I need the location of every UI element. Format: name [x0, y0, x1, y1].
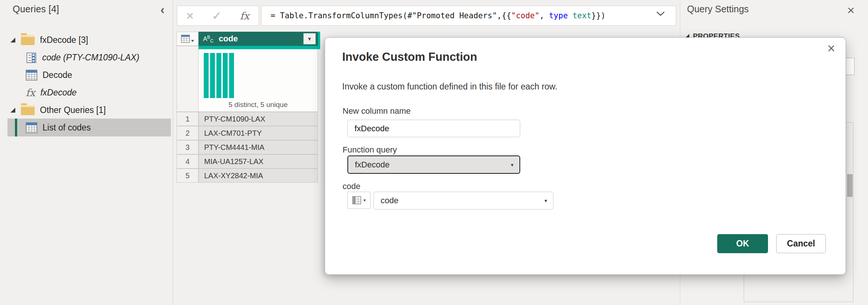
parameter-label: code [343, 182, 360, 191]
selection-accent-bar [15, 119, 17, 136]
chevron-down-icon: ▾ [363, 198, 366, 203]
column-header-code[interactable]: ABC code ▼ [199, 32, 318, 46]
table-cell[interactable]: PTY-CM4441-MIA [199, 140, 318, 154]
formula-input[interactable]: = Table.TransformColumnTypes(#"Promoted … [261, 6, 676, 26]
tree-item-decode[interactable]: Decode [0, 66, 173, 84]
formula-toolbar: × ✓ fx [177, 6, 259, 26]
folder-icon [21, 105, 35, 115]
parameter-icon [26, 52, 37, 63]
row-number[interactable]: 1 [177, 112, 199, 126]
dialog-title: Invoke Custom Function [342, 50, 477, 64]
data-preview-grid: ABC code ▼ 5 distinct, 5 unique 1 PTY-CM… [177, 32, 318, 183]
column-quality-bar [199, 46, 318, 49]
table-icon [26, 122, 37, 133]
formula-token: "code" [511, 11, 540, 20]
parameter-column-value: code [381, 196, 399, 205]
distribution-bar [216, 53, 221, 98]
select-all-button[interactable] [177, 32, 199, 46]
distribution-bar [210, 53, 215, 98]
collapse-pane-icon[interactable]: ‹ [160, 3, 165, 16]
dialog-close-icon[interactable]: × [827, 41, 835, 56]
parameter-column-dropdown[interactable]: code ▾ [374, 192, 553, 210]
text-type-icon: ABC [203, 36, 213, 42]
queries-pane: Queries [4] ‹ fxDecode [3] code (PTY-CM1… [0, 0, 173, 305]
tree-item-code-parameter[interactable]: code (PTY-CM1090-LAX) [0, 49, 173, 66]
cancel-button[interactable]: Cancel [776, 234, 826, 253]
ok-button[interactable]: OK [717, 234, 768, 253]
tree-item-fxdecode-function[interactable]: fx fxDecode [0, 84, 173, 101]
mini-table-icon [181, 35, 190, 43]
table-cell[interactable]: PTY-CM1090-LAX [199, 112, 318, 126]
formula-cancel-icon[interactable]: × [187, 10, 194, 22]
function-query-dropdown[interactable]: fxDecode ▾ [347, 155, 520, 174]
dialog-description: Invoke a custom function defined in this… [342, 82, 558, 92]
formula-expand-chevron-icon[interactable] [656, 11, 665, 18]
queries-pane-title: Queries [4] [13, 4, 59, 15]
column-picker-button[interactable]: ▾ [347, 192, 371, 209]
distribution-bar [204, 53, 209, 98]
function-query-label: Function query [343, 145, 397, 155]
chevron-down-icon [191, 40, 194, 42]
table-column-icon [352, 196, 361, 204]
tree-group-fxdecode[interactable]: fxDecode [3] [0, 31, 173, 49]
table-cell[interactable]: MIA-UA1257-LAX [199, 154, 318, 169]
query-settings-title: Query Settings [687, 4, 749, 15]
column-distribution-cell[interactable]: 5 distinct, 5 unique [199, 49, 318, 112]
expand-triangle-icon[interactable] [10, 38, 15, 43]
row-number[interactable]: 5 [177, 169, 199, 183]
query-settings-close-icon[interactable]: × [847, 3, 855, 18]
distribution-bar [223, 53, 228, 98]
table-cell[interactable]: LAX-XY2842-MIA [199, 169, 318, 183]
column-filter-button[interactable]: ▼ [303, 33, 316, 44]
column-name: code [219, 34, 238, 44]
column-selection-edge [318, 32, 320, 49]
chevron-down-icon: ▾ [544, 198, 547, 204]
column-stats-label: 5 distinct, 5 unique [199, 101, 318, 109]
function-icon: fx [26, 87, 35, 98]
tree-item-label: code (PTY-CM1090-LAX) [42, 53, 139, 63]
folder-icon [21, 35, 35, 45]
formula-token: text [572, 11, 591, 20]
applied-steps-scrollbar[interactable] [847, 174, 853, 197]
chevron-down-icon: ▾ [511, 162, 513, 168]
tree-group-label: fxDecode [3] [40, 35, 88, 45]
tree-group-other-queries[interactable]: Other Queries [1] [0, 101, 173, 119]
formula-token: , [540, 11, 549, 20]
formula-fx-icon[interactable]: fx [240, 10, 249, 22]
expand-triangle-icon[interactable] [10, 108, 15, 113]
tree-group-label: Other Queries [1] [40, 105, 106, 115]
invoke-custom-function-dialog: × Invoke Custom Function Invoke a custom… [325, 37, 846, 275]
function-query-value: fxDecode [355, 160, 390, 170]
formula-commit-icon[interactable]: ✓ [212, 9, 221, 22]
table-icon [26, 70, 37, 81]
row-number[interactable]: 3 [177, 140, 199, 154]
formula-token: }}) [591, 11, 606, 20]
formula-token [568, 11, 573, 20]
tree-item-label: Decode [43, 70, 72, 80]
new-column-name-input[interactable] [347, 120, 520, 137]
new-column-name-label: New column name [343, 106, 410, 116]
row-number[interactable]: 4 [177, 154, 199, 169]
tree-item-label: List of codes [43, 123, 91, 133]
table-cell[interactable]: LAX-CM701-PTY [199, 126, 318, 140]
distribution-bar [229, 53, 234, 98]
filter-chevron-icon: ▼ [307, 36, 312, 42]
gutter-filler-cell [177, 46, 199, 112]
tree-item-label: fxDecode [40, 88, 77, 98]
row-number[interactable]: 2 [177, 126, 199, 140]
formula-token: = Table.TransformColumnTypes(#"Promoted … [271, 11, 511, 20]
formula-token: type [549, 11, 568, 20]
value-distribution-bars [204, 53, 234, 98]
tree-item-list-of-codes-selected[interactable]: List of codes [7, 119, 171, 136]
